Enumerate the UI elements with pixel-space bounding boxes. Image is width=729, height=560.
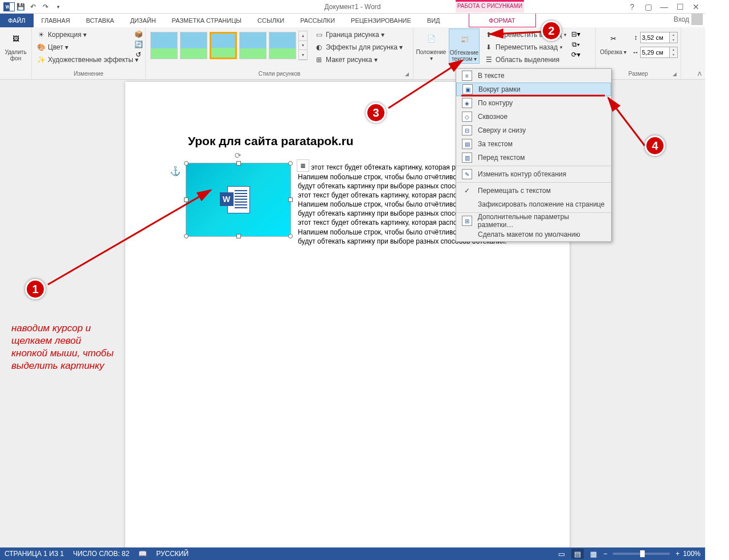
svg-line-0 — [48, 190, 211, 285]
svg-line-1 — [490, 32, 541, 34]
svg-line-4 — [608, 98, 645, 146]
annotation-arrow-1 — [0, 0, 705, 560]
svg-line-2 — [388, 60, 462, 108]
